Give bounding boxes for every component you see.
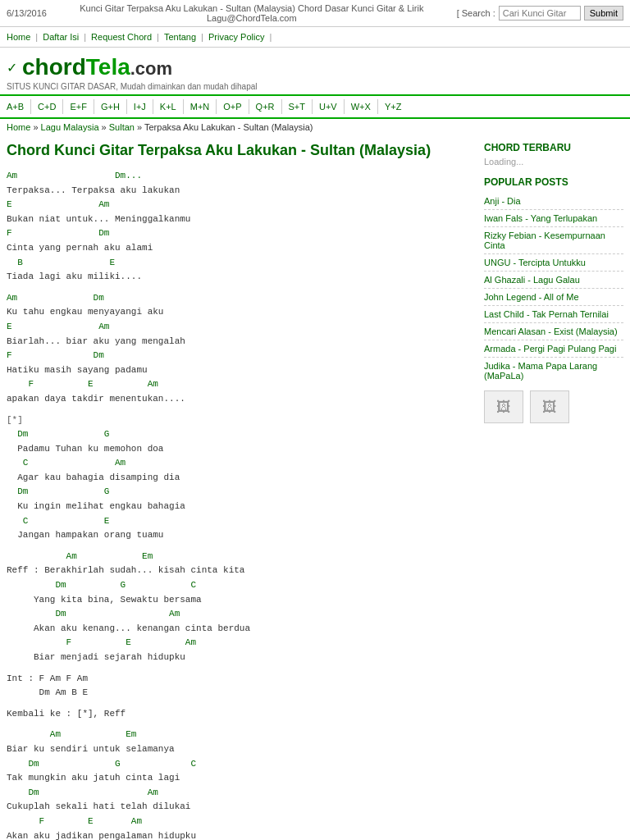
loading-text: Loading...	[484, 157, 623, 167]
popular-post-item-4[interactable]: Al Ghazali - Lagu Galau	[484, 272, 623, 289]
chord-line: Dm G C	[7, 578, 471, 593]
alpha-nav-item-u-v[interactable]: U+V	[313, 99, 345, 114]
sidebar-image-1: 🖼	[484, 390, 523, 423]
popular-post-item-7[interactable]: Mencari Alasan - Exist (Malaysia)	[484, 323, 623, 340]
lyric-line: Yang kita bina, Sewaktu bersama	[7, 593, 471, 608]
chord-line: C E	[7, 514, 471, 529]
chord-line: F E Am	[7, 636, 471, 651]
lyric-line: Padamu Tuhan ku memohon doa	[7, 442, 471, 457]
content: Chord Kunci Gitar Terpaksa Aku Lakukan -…	[7, 142, 471, 840]
breadcrumb-item-1[interactable]: Lagu Malaysia	[41, 122, 99, 132]
chord-line: B E	[7, 256, 471, 271]
blank-line	[7, 407, 471, 413]
blank-line	[7, 701, 471, 707]
nav-daftar[interactable]: Daftar Isi	[43, 32, 79, 42]
alpha-nav-item-w-x[interactable]: W+X	[345, 99, 378, 114]
chord-line: E Am	[7, 320, 471, 335]
chord-line: E Am	[7, 198, 471, 212]
popular-post-item-6[interactable]: Last Child - Tak Pernah Ternilai	[484, 306, 623, 323]
lyric-line: apakan daya takdir menentukan....	[7, 392, 471, 407]
alpha-nav-item-o-p[interactable]: O+P	[217, 99, 249, 114]
chord-line: F Dm	[7, 349, 471, 363]
logo-icon: ✓	[7, 60, 17, 75]
submit-button[interactable]: Submit	[584, 6, 623, 21]
alpha-nav-item-g-h[interactable]: G+H	[94, 99, 127, 114]
chord-line: F Dm	[7, 226, 471, 241]
alpha-nav: A+BC+DE+FG+HI+JK+LM+NO+PQ+RS+TU+VW+XY+Z	[0, 96, 630, 119]
alpha-nav-item-i-j[interactable]: I+J	[127, 99, 153, 114]
lyric-line: Hatiku masih sayang padamu	[7, 363, 471, 378]
alpha-nav-item-y-z[interactable]: Y+Z	[378, 99, 408, 114]
lyric-line: Biarlah... biar aku yang mengalah	[7, 335, 471, 349]
lyric-line: Cinta yang pernah aku alami	[7, 241, 471, 256]
nav-sep-3: |	[157, 32, 159, 42]
breadcrumb-sep-3: »	[135, 122, 144, 132]
alpha-nav-item-a-b[interactable]: A+B	[0, 99, 31, 114]
popular-post-item-9[interactable]: Judika - Mama Papa Larang (MaPaLa)	[484, 358, 623, 384]
nav-bar: Home | Daftar Isi | Request Chord | Tent…	[0, 27, 630, 48]
lyric-line: Dm Am B E	[7, 686, 471, 701]
alpha-nav-item-q-r[interactable]: Q+R	[249, 99, 282, 114]
alpha-nav-item-m-n[interactable]: M+N	[184, 99, 217, 114]
popular-post-item-8[interactable]: Armada - Pergi Pagi Pulang Pagi	[484, 340, 623, 358]
breadcrumb-item-0[interactable]: Home	[7, 122, 30, 132]
chord-line: Dm G C	[7, 757, 471, 772]
logo-area: ✓ chordTela.com SITUS KUNCI GITAR DASAR,…	[0, 48, 630, 96]
lyric-line: Terpaksa... Terpaksa aku lakukan	[7, 184, 471, 199]
lyric-line: Akan aku kenang... kenangan cinta berdua	[7, 622, 471, 637]
breadcrumb-item-3: Terpaksa Aku Lakukan - Sultan (Malaysia)	[144, 122, 313, 132]
chord-line: Am Dm	[7, 291, 471, 306]
lyric-line: Tiada lagi aku miliki....	[7, 270, 471, 285]
lyric-line: Akan aku jadikan pengalaman hidupku	[7, 829, 471, 840]
popular-post-item-5[interactable]: John Legend - All of Me	[484, 289, 623, 306]
nav-request[interactable]: Request Chord	[91, 32, 152, 42]
sidebar-image-placeholder: 🖼 🖼	[484, 390, 623, 423]
top-date: 6/13/2016	[7, 8, 47, 18]
nav-sep-2: |	[84, 32, 86, 42]
nav-sep-5: |	[269, 32, 272, 42]
alpha-nav-item-k-l[interactable]: K+L	[153, 99, 184, 114]
blank-line	[7, 665, 471, 672]
logo-tagline: SITUS KUNCI GITAR DASAR, Mudah dimainkan…	[7, 82, 623, 91]
nav-tentang[interactable]: Tentang	[164, 32, 196, 42]
popular-post-item-2[interactable]: Rizky Febian - Kesempurnaan Cinta	[484, 227, 623, 254]
chord-line: Am Dm...	[7, 169, 471, 184]
search-input[interactable]	[499, 6, 581, 21]
chord-terbaru-title: CHORD TERBARU	[484, 142, 623, 153]
chord-line: Dm G	[7, 427, 471, 442]
section-marker: [*]	[7, 413, 471, 428]
chord-line: F E Am	[7, 377, 471, 392]
popular-post-item-1[interactable]: Iwan Fals - Yang Terlupakan	[484, 210, 623, 227]
chord-line: C Am	[7, 456, 471, 471]
popular-posts-list: Anji - DiaIwan Fals - Yang TerlupakanRiz…	[484, 193, 623, 384]
nav-sep-4: |	[201, 32, 203, 42]
logo-text: chordTela.com	[22, 54, 172, 80]
chord-line: Dm Am	[7, 786, 471, 801]
nav-sep-1: |	[35, 32, 38, 42]
main-layout: Chord Kunci Gitar Terpaksa Aku Lakukan -…	[0, 135, 630, 840]
lyric-line: Ku ingin melihat engkau bahagia	[7, 500, 471, 514]
lyric-line: Tak mungkin aku jatuh cinta lagi	[7, 771, 471, 786]
blank-line	[7, 721, 471, 728]
alpha-nav-item-s-t[interactable]: S+T	[282, 99, 313, 114]
sidebar-image-2: 🖼	[530, 390, 569, 423]
lyric-line: Jangan hampakan orang tuamu	[7, 528, 471, 543]
chord-line: Dm G	[7, 485, 471, 500]
breadcrumb-item-2[interactable]: Sultan	[109, 122, 135, 132]
lyric-line: Agar kau bahagia disamping dia	[7, 471, 471, 486]
search-bracket: [ Search :	[457, 8, 495, 18]
chord-content: Am Dm...Terpaksa... Terpaksa aku lakukan…	[7, 169, 471, 840]
lyric-line: Ku tahu engkau menyayangi aku	[7, 305, 471, 320]
breadcrumb: Home » Lagu Malaysia » Sultan » Terpaksa…	[0, 119, 630, 135]
alpha-nav-item-c-d[interactable]: C+D	[31, 99, 63, 114]
nav-privacy[interactable]: Privacy Policy	[208, 32, 264, 42]
popular-post-item-0[interactable]: Anji - Dia	[484, 193, 623, 210]
breadcrumb-sep-1: »	[30, 122, 40, 132]
chord-line: F E Am	[7, 815, 471, 829]
popular-post-item-3[interactable]: UNGU - Tercipta Untukku	[484, 254, 623, 272]
alpha-nav-item-e-f[interactable]: E+F	[63, 99, 94, 114]
lyric-line: Bukan niat untuk... Meninggalkanmu	[7, 212, 471, 227]
lyric-line: Int : F Am F Am	[7, 672, 471, 687]
nav-home[interactable]: Home	[7, 32, 30, 42]
sidebar: CHORD TERBARU Loading... POPULAR POSTS A…	[484, 142, 623, 840]
